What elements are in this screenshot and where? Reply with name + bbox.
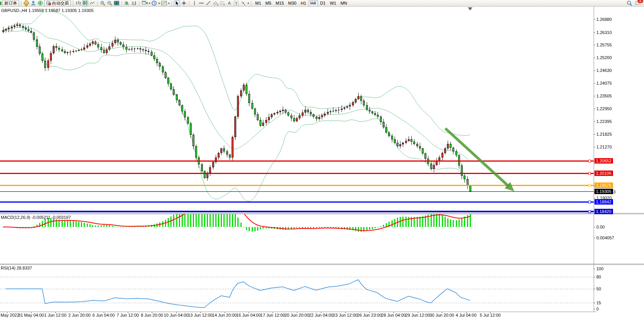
chart-shift-icon[interactable] — [131, 0, 137, 6]
price-line-badge: 1.20106 — [594, 171, 613, 176]
time-axis-label: 5 Jul 12:00 — [480, 313, 501, 317]
arrows-dropdown-caret[interactable]: ▾ — [247, 2, 249, 5]
timeframe-button-H4[interactable]: H4 — [309, 0, 318, 7]
time-axis-label: 20 Jun 20:00 — [285, 313, 309, 317]
time-axis-label: 29 Jun 12:00 — [405, 313, 430, 317]
bar-chart-type-icon[interactable] — [75, 0, 81, 6]
price-axis-label: 1.24630 — [596, 68, 612, 73]
trendline-tool-icon[interactable] — [205, 0, 211, 6]
toolbar-separator — [122, 1, 122, 6]
macd-axis-label: 0.004057 — [596, 235, 614, 240]
tile-windows-icon[interactable] — [113, 0, 120, 6]
time-axis-label: 2 Jun 20:00 — [68, 313, 91, 317]
toolbar-grip — [171, 1, 172, 6]
text-tool-icon[interactable]: A — [226, 0, 232, 6]
zoom-in-icon[interactable] — [100, 0, 106, 6]
toolbar-right-icons: 1 — [626, 0, 644, 6]
toolbar: 新订单 自动交易 — [0, 0, 644, 7]
rsi-axis-label: 80 — [596, 275, 601, 279]
timeframe-button-H1[interactable]: H1 — [299, 0, 308, 7]
rsi-axis-label: 15 — [596, 300, 601, 305]
fibonacci-tool-icon[interactable]: F — [219, 0, 225, 6]
toolbar-separator — [139, 1, 139, 6]
auto-scroll-icon[interactable] — [124, 0, 130, 6]
notifications-chat-icon[interactable]: 1 — [635, 0, 641, 6]
terminal-signal-icon[interactable] — [37, 0, 43, 6]
market-watch-icon[interactable] — [23, 0, 29, 6]
time-axis-label: 8 Jun 20:00 — [141, 313, 163, 317]
timeframe-button-M5[interactable]: M5 — [263, 0, 273, 7]
auto-trading-label: 自动交易 — [52, 0, 69, 6]
timeframe-button-M1[interactable]: M1 — [253, 0, 263, 7]
new-chart-dropdown-caret[interactable]: ▾ — [149, 2, 150, 5]
auto-trading-button[interactable]: 自动交易 — [44, 0, 71, 7]
crosshair-icon[interactable] — [181, 0, 187, 6]
price-axis-label: 1.26880 — [596, 17, 612, 22]
time-axis-label: 1 Jun 12:00 — [44, 313, 67, 317]
rsi-axis-label: 0 — [596, 307, 599, 311]
new-order-button[interactable]: 新订单 — [2, 0, 19, 7]
svg-text:F: F — [223, 3, 225, 6]
arrows-tool-icon[interactable] — [240, 0, 246, 6]
price-line-badge: 1.19305 — [594, 189, 613, 194]
toolbar-separator — [251, 1, 251, 6]
search-icon[interactable] — [626, 0, 632, 6]
toolbar-separator — [97, 1, 98, 6]
periods-dropdown-caret[interactable]: ▾ — [158, 2, 160, 5]
price-line-badge: 1.18420 — [594, 209, 613, 214]
price-axis-label: 1.26310 — [596, 30, 612, 35]
periods-clock-icon[interactable] — [151, 0, 157, 6]
zoom-out-icon[interactable] — [106, 0, 113, 6]
clipped-chart-icon[interactable] — [0, 0, 2, 6]
price-axis-label: 1.23505 — [596, 94, 612, 98]
macd-current-values: -0.005211 -0.003197 — [31, 215, 70, 220]
rsi-indicator-label: RSI(14) 28.8337 — [1, 266, 32, 270]
time-axis-label: 13 Jun 12:00 — [188, 313, 213, 317]
price-axis-label: 1.21270 — [596, 145, 612, 149]
macd-name: MACD(12,26,9) — [1, 215, 30, 220]
line-chart-type-icon[interactable] — [89, 0, 95, 6]
time-axis-label: 30 May 2022 — [0, 313, 19, 317]
price-chart-canvas[interactable] — [0, 0, 644, 319]
price-axis-label: 1.24075 — [596, 81, 612, 85]
auto-trading-icon — [46, 1, 51, 5]
price-axis-label: 1.22950 — [596, 106, 612, 111]
price-axis-label: 1.22395 — [596, 119, 612, 124]
price-line-badge: 1.18842 — [594, 199, 613, 205]
timeframe-toolbar: M1M5M15M30H1H4D1W1MN — [253, 0, 349, 7]
mt4-terminal-window: 新订单 自动交易 — [0, 0, 644, 319]
horizontal-line-tool-icon[interactable] — [198, 0, 204, 6]
time-axis-label: 28 Jun 04:00 — [381, 313, 406, 317]
cursor-icon[interactable] — [174, 0, 180, 6]
time-axis-label: 30 Jun 20:00 — [429, 313, 454, 317]
price-axis-label: 1.25200 — [596, 55, 612, 60]
time-axis-label: 17 Jun 12:00 — [261, 313, 285, 317]
timeframe-button-M30[interactable]: M30 — [286, 0, 298, 7]
navigator-icon[interactable] — [30, 0, 36, 6]
toolbar-separator — [21, 1, 21, 6]
time-axis-label: 26 Jun 23:00 — [357, 313, 382, 317]
equidistant-channel-tool-icon[interactable]: E — [212, 0, 218, 6]
timeframe-button-M15[interactable]: M15 — [274, 0, 286, 7]
price-axis-label: 1.25755 — [596, 43, 612, 47]
timeframe-button-MN[interactable]: MN — [338, 0, 349, 7]
new-chart-icon[interactable] — [141, 0, 148, 6]
chart-ohlc-title: GBPUSD-,H4 1.19558 1.19587 1.19305 1.193… — [1, 8, 94, 13]
price-line-badge: 1.20652 — [594, 158, 613, 164]
timeframe-button-W1[interactable]: W1 — [328, 0, 338, 7]
text-label-tool-icon[interactable]: T — [233, 0, 239, 6]
macd-axis-label: 0.00 — [596, 225, 605, 229]
macd-indicator-label: MACD(12,26,9) -0.005211 -0.003197 — [1, 215, 71, 220]
toolbar-grip — [72, 1, 74, 6]
svg-text:T: T — [235, 2, 237, 5]
time-axis-label: 6 Jun 04:00 — [93, 313, 115, 317]
rsi-axis-label: 100 — [596, 266, 603, 271]
time-axis-label: 16 Jun 04:00 — [236, 313, 261, 317]
vertical-line-tool-icon[interactable] — [191, 0, 197, 6]
indicators-dropdown-caret[interactable]: ▾ — [168, 2, 170, 5]
time-axis-label: 4 Jul 04:00 — [456, 313, 477, 317]
indicators-icon[interactable] — [161, 0, 167, 6]
candlestick-chart-type-icon[interactable] — [82, 0, 88, 6]
time-axis-label: 14 Jun 20:00 — [212, 313, 237, 317]
timeframe-button-D1[interactable]: D1 — [318, 0, 328, 7]
